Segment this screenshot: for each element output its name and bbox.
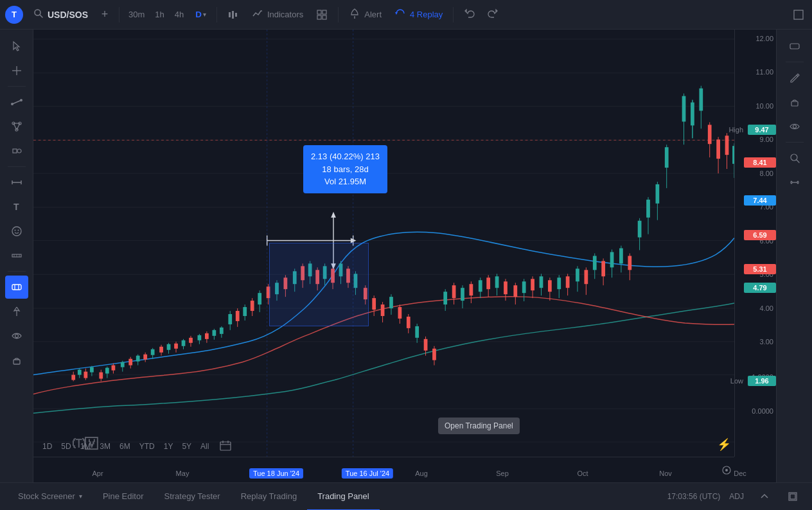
svg-rect-181 (576, 268, 579, 281)
timeframe-1h[interactable]: 1h (151, 7, 168, 22)
high-badge: 9.47 (748, 125, 776, 135)
right-edit-tool[interactable] (783, 66, 806, 89)
tab-pine-editor[interactable]: Pine Editor (93, 483, 154, 511)
tab-stock-screener-label: Stock Screener (18, 491, 75, 501)
svg-rect-107 (258, 293, 261, 304)
svg-rect-97 (220, 328, 224, 334)
indicators-button[interactable]: Indicators (247, 5, 308, 24)
lightning-button[interactable]: ⚡ (717, 437, 731, 452)
ruler-tool[interactable] (5, 244, 28, 267)
x-dec: Dec (734, 470, 746, 477)
pin-tool[interactable] (5, 300, 28, 323)
svg-rect-12 (794, 10, 803, 19)
chart-area[interactable]: 2.13 (40.22%) 213 18 bars, 28d Vol 21.95… (33, 30, 776, 482)
replay-icon (394, 8, 406, 21)
period-ytd[interactable]: YTD (136, 440, 159, 453)
search-icon (33, 8, 44, 21)
x-jun18: Tue 18 Jun '24 (249, 468, 303, 479)
chart-canvas[interactable] (33, 30, 734, 457)
text-tool[interactable]: T (5, 195, 28, 218)
timeframe-30m[interactable]: 30m (125, 7, 148, 22)
svg-rect-227 (220, 442, 231, 450)
add-symbol-button[interactable]: + (96, 6, 114, 24)
svg-rect-81 (159, 347, 163, 353)
svg-line-1 (40, 15, 42, 17)
period-1y[interactable]: 1Y (160, 440, 177, 453)
right-search-tool[interactable] (783, 146, 806, 170)
svg-rect-197 (646, 200, 650, 218)
divider (338, 7, 339, 22)
price-3: 3.00 (760, 338, 773, 346)
price-8: 8.00 (760, 170, 773, 177)
shapes-tool[interactable] (5, 139, 28, 163)
svg-rect-189 (610, 252, 614, 267)
tab-replay-trading[interactable]: Replay Trading (231, 483, 307, 511)
tab-stock-screener[interactable]: Stock Screener ▾ (8, 483, 93, 511)
avatar[interactable]: T (5, 6, 23, 24)
active-tool[interactable] (5, 276, 28, 299)
svg-rect-153 (452, 285, 456, 298)
svg-rect-73 (128, 359, 132, 365)
svg-rect-113 (284, 277, 288, 289)
date-range-picker[interactable] (219, 439, 232, 454)
period-1d[interactable]: 1D (39, 440, 56, 453)
symbol-search-button[interactable]: USD/SOS (28, 6, 93, 23)
lock-tool[interactable] (5, 349, 28, 372)
tab-strategy-tester[interactable]: Strategy Tester (154, 483, 230, 511)
svg-rect-105 (251, 301, 254, 311)
measure-tool[interactable] (5, 171, 28, 194)
tab-trading-panel-label: Trading Panel (317, 491, 369, 501)
maximize-button[interactable] (790, 6, 807, 23)
period-3m[interactable]: 3M (96, 440, 114, 453)
right-pin-tool[interactable] (783, 35, 806, 58)
tab-replay-trading-label: Replay Trading (241, 491, 297, 501)
period-all[interactable]: All (197, 440, 213, 453)
layouts-button[interactable] (311, 6, 333, 23)
tab-pine-editor-label: Pine Editor (103, 491, 144, 501)
period-5y[interactable]: 5Y (178, 440, 195, 453)
alert-label: Alert (364, 10, 382, 19)
emoji-tool[interactable] (5, 220, 28, 243)
expand-button[interactable] (781, 485, 804, 508)
adj-button[interactable]: ADJ (725, 490, 748, 503)
nodes-tool[interactable] (5, 115, 28, 138)
timeframe-4h[interactable]: 4h (171, 7, 188, 22)
svg-rect-37 (12, 285, 21, 290)
x-axis-settings-button[interactable] (721, 465, 732, 477)
price-9: 9.00 (760, 136, 773, 143)
svg-rect-99 (228, 314, 232, 324)
period-6m[interactable]: 6M (116, 440, 134, 453)
crosshair-tool[interactable] (5, 59, 28, 82)
lines-tool[interactable] (5, 91, 28, 114)
right-eye-tool[interactable] (783, 115, 806, 138)
low-badge: 1.96 (748, 376, 776, 386)
tab-trading-panel[interactable]: Trading Panel (307, 483, 379, 511)
replay-button[interactable]: 4 Replay (389, 5, 448, 24)
svg-rect-177 (557, 277, 561, 289)
right-lock-tool[interactable] (783, 91, 806, 114)
divider (8, 86, 26, 87)
price-531-badge: 5.31 (744, 264, 776, 274)
svg-rect-59 (78, 370, 82, 375)
redo-button[interactable] (482, 5, 504, 24)
svg-point-31 (14, 230, 15, 231)
svg-rect-185 (593, 256, 597, 270)
alert-button[interactable]: Alert (344, 5, 387, 24)
chart-type-button[interactable] (222, 6, 244, 23)
collapse-button[interactable] (753, 485, 776, 508)
svg-rect-119 (308, 263, 312, 276)
undo-button[interactable] (459, 5, 481, 24)
svg-rect-159 (479, 280, 482, 292)
svg-point-226 (725, 469, 728, 471)
price-0: 0.0000 (752, 407, 773, 415)
right-link-tool[interactable] (783, 171, 806, 194)
svg-rect-115 (293, 271, 297, 284)
svg-rect-101 (236, 311, 240, 321)
svg-rect-195 (638, 221, 642, 238)
bottom-toolbar: Stock Screener ▾ Pine Editor Strategy Te… (0, 482, 812, 510)
cursor-tool[interactable] (5, 35, 28, 58)
price-4: 4.00 (760, 304, 773, 312)
timeframe-D-dropdown[interactable]: D ▾ (190, 7, 211, 22)
svg-rect-169 (522, 281, 526, 293)
eye-tool[interactable] (5, 324, 28, 347)
